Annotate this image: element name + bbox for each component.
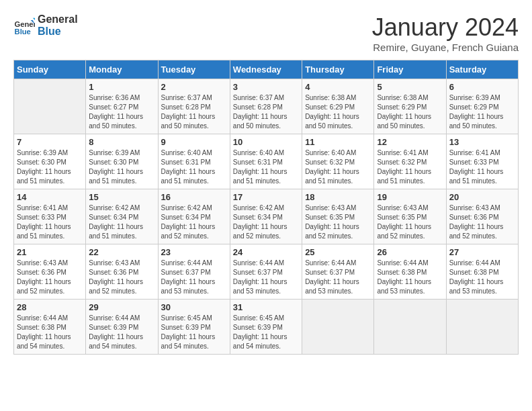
day-number: 30 xyxy=(161,302,227,312)
calendar-table: SundayMondayTuesdayWednesdayThursdayFrid… xyxy=(13,60,519,355)
day-number: 2 xyxy=(161,82,227,92)
weekday-header: Sunday xyxy=(14,60,86,79)
weekday-header: Thursday xyxy=(302,60,374,79)
day-info: Sunrise: 6:44 AM Sunset: 6:37 PM Dayligh… xyxy=(161,259,227,296)
calendar-week-row: 14Sunrise: 6:41 AM Sunset: 6:33 PM Dayli… xyxy=(14,189,519,244)
day-info: Sunrise: 6:44 AM Sunset: 6:37 PM Dayligh… xyxy=(305,259,371,296)
calendar-cell: 23Sunrise: 6:44 AM Sunset: 6:37 PM Dayli… xyxy=(158,244,230,300)
month-title: January 2024 xyxy=(372,13,519,42)
day-info: Sunrise: 6:43 AM Sunset: 6:35 PM Dayligh… xyxy=(305,203,371,241)
logo: General Blue General Blue xyxy=(13,13,78,38)
day-info: Sunrise: 6:41 AM Sunset: 6:33 PM Dayligh… xyxy=(449,148,515,186)
day-number: 21 xyxy=(17,247,83,257)
calendar-week-row: 28Sunrise: 6:44 AM Sunset: 6:38 PM Dayli… xyxy=(14,300,519,355)
day-number: 8 xyxy=(89,137,154,147)
day-info: Sunrise: 6:38 AM Sunset: 6:29 PM Dayligh… xyxy=(377,93,443,131)
day-number: 10 xyxy=(233,137,299,147)
day-info: Sunrise: 6:42 AM Sunset: 6:34 PM Dayligh… xyxy=(233,203,299,241)
calendar-cell: 18Sunrise: 6:43 AM Sunset: 6:35 PM Dayli… xyxy=(302,189,374,244)
calendar-cell: 21Sunrise: 6:43 AM Sunset: 6:36 PM Dayli… xyxy=(14,244,86,300)
day-info: Sunrise: 6:42 AM Sunset: 6:34 PM Dayligh… xyxy=(89,203,154,241)
weekday-header: Wednesday xyxy=(230,60,302,79)
calendar-cell: 4Sunrise: 6:38 AM Sunset: 6:29 PM Daylig… xyxy=(302,79,374,134)
calendar-cell: 1Sunrise: 6:36 AM Sunset: 6:27 PM Daylig… xyxy=(86,79,158,134)
calendar-cell: 7Sunrise: 6:39 AM Sunset: 6:30 PM Daylig… xyxy=(14,134,86,189)
day-info: Sunrise: 6:43 AM Sunset: 6:36 PM Dayligh… xyxy=(449,203,515,241)
day-number: 18 xyxy=(305,192,371,202)
calendar-cell: 12Sunrise: 6:41 AM Sunset: 6:32 PM Dayli… xyxy=(374,134,446,189)
logo-general: General xyxy=(38,13,78,26)
day-info: Sunrise: 6:43 AM Sunset: 6:36 PM Dayligh… xyxy=(17,259,83,296)
weekday-header: Friday xyxy=(374,60,446,79)
day-number: 26 xyxy=(377,247,443,257)
calendar-cell: 3Sunrise: 6:37 AM Sunset: 6:28 PM Daylig… xyxy=(230,79,302,134)
day-info: Sunrise: 6:39 AM Sunset: 6:30 PM Dayligh… xyxy=(17,148,83,186)
weekday-header: Tuesday xyxy=(158,60,230,79)
calendar-cell: 30Sunrise: 6:45 AM Sunset: 6:39 PM Dayli… xyxy=(158,300,230,355)
header: General Blue General Blue January 2024 R… xyxy=(13,13,519,53)
day-number: 29 xyxy=(89,302,154,312)
day-info: Sunrise: 6:44 AM Sunset: 6:38 PM Dayligh… xyxy=(17,314,83,351)
calendar-cell xyxy=(374,300,446,355)
day-info: Sunrise: 6:40 AM Sunset: 6:32 PM Dayligh… xyxy=(305,148,371,186)
day-number: 27 xyxy=(449,247,515,257)
day-info: Sunrise: 6:41 AM Sunset: 6:32 PM Dayligh… xyxy=(377,148,443,186)
day-number: 25 xyxy=(305,247,371,257)
day-info: Sunrise: 6:40 AM Sunset: 6:31 PM Dayligh… xyxy=(233,148,299,186)
calendar-cell: 19Sunrise: 6:43 AM Sunset: 6:35 PM Dayli… xyxy=(374,189,446,244)
day-number: 11 xyxy=(305,137,371,147)
day-number: 31 xyxy=(233,302,299,312)
calendar-cell xyxy=(14,79,86,134)
calendar-cell: 27Sunrise: 6:44 AM Sunset: 6:38 PM Dayli… xyxy=(446,244,518,300)
day-info: Sunrise: 6:42 AM Sunset: 6:34 PM Dayligh… xyxy=(161,203,227,241)
calendar-cell xyxy=(302,300,374,355)
day-info: Sunrise: 6:45 AM Sunset: 6:39 PM Dayligh… xyxy=(161,314,227,351)
calendar-cell: 11Sunrise: 6:40 AM Sunset: 6:32 PM Dayli… xyxy=(302,134,374,189)
calendar-body: 1Sunrise: 6:36 AM Sunset: 6:27 PM Daylig… xyxy=(14,79,519,355)
weekday-header: Monday xyxy=(86,60,158,79)
day-number: 17 xyxy=(233,192,299,202)
day-number: 3 xyxy=(233,82,299,92)
day-number: 14 xyxy=(17,192,83,202)
day-info: Sunrise: 6:38 AM Sunset: 6:29 PM Dayligh… xyxy=(305,93,371,131)
calendar-cell: 15Sunrise: 6:42 AM Sunset: 6:34 PM Dayli… xyxy=(86,189,158,244)
day-info: Sunrise: 6:39 AM Sunset: 6:30 PM Dayligh… xyxy=(89,148,154,186)
calendar-cell: 2Sunrise: 6:37 AM Sunset: 6:28 PM Daylig… xyxy=(158,79,230,134)
day-info: Sunrise: 6:43 AM Sunset: 6:35 PM Dayligh… xyxy=(377,203,443,241)
day-info: Sunrise: 6:44 AM Sunset: 6:38 PM Dayligh… xyxy=(449,259,515,296)
calendar-cell: 29Sunrise: 6:44 AM Sunset: 6:39 PM Dayli… xyxy=(86,300,158,355)
calendar-cell: 17Sunrise: 6:42 AM Sunset: 6:34 PM Dayli… xyxy=(230,189,302,244)
calendar-cell: 31Sunrise: 6:45 AM Sunset: 6:39 PM Dayli… xyxy=(230,300,302,355)
calendar-week-row: 7Sunrise: 6:39 AM Sunset: 6:30 PM Daylig… xyxy=(14,134,519,189)
calendar-cell: 24Sunrise: 6:44 AM Sunset: 6:37 PM Dayli… xyxy=(230,244,302,300)
day-info: Sunrise: 6:36 AM Sunset: 6:27 PM Dayligh… xyxy=(89,93,154,131)
day-number: 15 xyxy=(89,192,154,202)
calendar-week-row: 21Sunrise: 6:43 AM Sunset: 6:36 PM Dayli… xyxy=(14,244,519,300)
calendar-cell: 16Sunrise: 6:42 AM Sunset: 6:34 PM Dayli… xyxy=(158,189,230,244)
calendar-cell: 26Sunrise: 6:44 AM Sunset: 6:38 PM Dayli… xyxy=(374,244,446,300)
day-number: 20 xyxy=(449,192,515,202)
day-info: Sunrise: 6:37 AM Sunset: 6:28 PM Dayligh… xyxy=(233,93,299,131)
day-number: 4 xyxy=(305,82,371,92)
day-number: 28 xyxy=(17,302,83,312)
calendar-cell: 25Sunrise: 6:44 AM Sunset: 6:37 PM Dayli… xyxy=(302,244,374,300)
calendar-cell: 10Sunrise: 6:40 AM Sunset: 6:31 PM Dayli… xyxy=(230,134,302,189)
svg-text:Blue: Blue xyxy=(15,28,31,36)
weekday-header: Saturday xyxy=(446,60,518,79)
day-number: 5 xyxy=(377,82,443,92)
day-info: Sunrise: 6:44 AM Sunset: 6:38 PM Dayligh… xyxy=(377,259,443,296)
day-info: Sunrise: 6:37 AM Sunset: 6:28 PM Dayligh… xyxy=(161,93,227,131)
calendar-cell: 20Sunrise: 6:43 AM Sunset: 6:36 PM Dayli… xyxy=(446,189,518,244)
calendar-cell: 14Sunrise: 6:41 AM Sunset: 6:33 PM Dayli… xyxy=(14,189,86,244)
day-number: 12 xyxy=(377,137,443,147)
title-area: January 2024 Remire, Guyane, French Guia… xyxy=(372,13,519,53)
calendar-cell: 9Sunrise: 6:40 AM Sunset: 6:31 PM Daylig… xyxy=(158,134,230,189)
day-number: 13 xyxy=(449,137,515,147)
day-number: 22 xyxy=(89,247,154,257)
day-info: Sunrise: 6:39 AM Sunset: 6:29 PM Dayligh… xyxy=(449,93,515,131)
day-number: 16 xyxy=(161,192,227,202)
day-number: 6 xyxy=(449,82,515,92)
day-number: 7 xyxy=(17,137,83,147)
location-subtitle: Remire, Guyane, French Guiana xyxy=(372,42,519,53)
calendar-cell: 6Sunrise: 6:39 AM Sunset: 6:29 PM Daylig… xyxy=(446,79,518,134)
